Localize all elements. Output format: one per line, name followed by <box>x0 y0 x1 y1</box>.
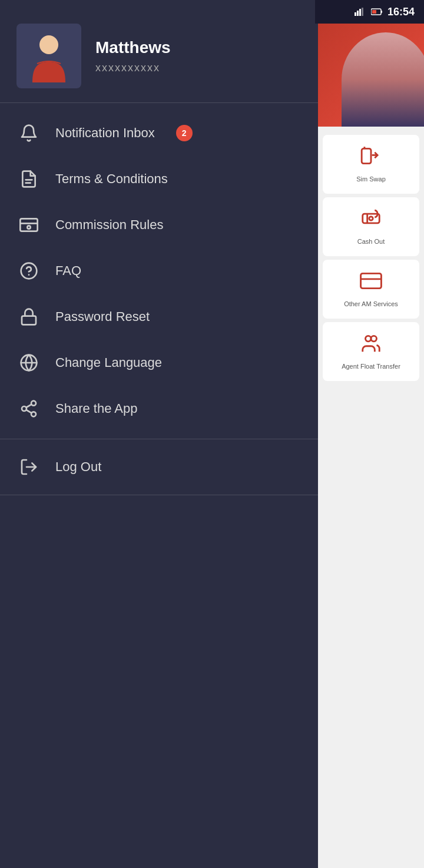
battery-icon <box>371 8 383 15</box>
logout-label: Log Out <box>55 459 101 475</box>
status-bar-time: 16:54 <box>387 6 415 18</box>
menu-item-change-language[interactable]: Change Language <box>0 340 318 386</box>
avatar <box>16 24 81 88</box>
agent-float-label: Agent Float Transfer <box>342 362 400 370</box>
menu-list: Notification Inbox 2 Terms & Conditions <box>0 103 318 439</box>
share-app-label: Share the App <box>55 401 137 416</box>
menu-item-share-app[interactable]: Share the App <box>0 386 318 432</box>
sim-swap-item[interactable]: Sim Swap <box>323 135 419 194</box>
change-language-label: Change Language <box>55 355 162 370</box>
question-icon <box>16 259 41 283</box>
svg-point-13 <box>27 226 30 228</box>
drawer-menu: Matthews xxxxxxxxxx Notification Inbox 2 <box>0 0 318 868</box>
svg-rect-26 <box>357 11 359 16</box>
other-am-services-item[interactable]: Other AM Services <box>323 260 419 319</box>
promo-banner <box>318 24 424 127</box>
lock-icon <box>16 304 41 329</box>
menu-item-faq[interactable]: FAQ <box>0 248 318 294</box>
svg-rect-31 <box>381 11 382 13</box>
share-icon <box>16 396 41 421</box>
signal-icon <box>355 8 366 16</box>
services-grid: Sim Swap Cash Out Other AM Services <box>318 127 424 389</box>
translate-icon <box>16 350 41 375</box>
logout-icon <box>16 455 41 479</box>
cash-out-icon <box>360 207 382 234</box>
svg-rect-30 <box>372 10 376 14</box>
agent-float-item[interactable]: Agent Float Transfer <box>323 322 419 381</box>
status-bar: 16:54 <box>315 0 424 24</box>
svg-rect-25 <box>355 12 356 16</box>
profile-section: Matthews xxxxxxxxxx <box>0 0 318 103</box>
bell-icon <box>16 121 41 145</box>
other-am-label: Other AM Services <box>344 300 398 308</box>
notification-badge: 2 <box>176 125 193 141</box>
svg-rect-2 <box>361 274 382 289</box>
svg-rect-0 <box>362 149 371 164</box>
notification-inbox-label: Notification Inbox <box>55 125 155 141</box>
cash-out-item[interactable]: Cash Out <box>323 197 419 256</box>
money-icon <box>16 213 41 237</box>
svg-line-23 <box>26 405 31 408</box>
svg-point-5 <box>371 336 377 342</box>
menu-item-notification-inbox[interactable]: Notification Inbox 2 <box>0 110 318 156</box>
other-am-icon <box>360 270 382 296</box>
terms-conditions-label: Terms & Conditions <box>55 171 168 187</box>
menu-item-password-reset[interactable]: Password Reset <box>0 294 318 340</box>
user-name: Matthews <box>95 38 302 57</box>
svg-rect-28 <box>362 8 363 16</box>
svg-rect-16 <box>22 316 36 325</box>
user-info: Matthews xxxxxxxxxx <box>95 38 302 74</box>
svg-line-22 <box>26 410 31 413</box>
cash-out-label: Cash Out <box>357 237 385 246</box>
faq-label: FAQ <box>55 263 81 279</box>
agent-float-icon <box>360 332 382 359</box>
svg-point-1 <box>369 217 373 220</box>
menu-item-commission-rules[interactable]: Commission Rules <box>0 202 318 248</box>
commission-rules-label: Commission Rules <box>55 217 163 233</box>
menu-item-logout[interactable]: Log Out <box>0 444 318 490</box>
banner-person <box>342 32 424 127</box>
logout-section: Log Out <box>0 439 318 495</box>
sim-swap-label: Sim Swap <box>356 175 386 183</box>
menu-item-terms-conditions[interactable]: Terms & Conditions <box>0 156 318 202</box>
password-reset-label: Password Reset <box>55 309 150 324</box>
svg-point-8 <box>39 35 58 54</box>
right-panel: Sim Swap Cash Out Other AM Services <box>318 0 424 868</box>
svg-rect-27 <box>359 9 361 16</box>
document-icon <box>16 167 41 191</box>
sim-swap-icon <box>360 145 382 171</box>
user-id: xxxxxxxxxx <box>95 62 302 74</box>
